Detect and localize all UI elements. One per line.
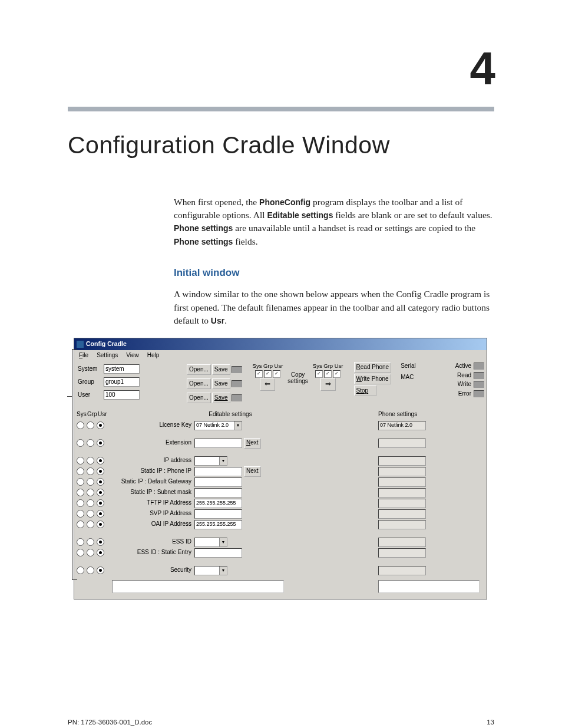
intro-paragraph: When first opened, the PhoneConfig progr… [174, 196, 494, 249]
user-indicator [232, 394, 242, 401]
group-input[interactable]: group1 [104, 377, 140, 387]
phoneip-grp-radio[interactable] [87, 467, 94, 475]
extension-usr-radio[interactable] [97, 439, 104, 447]
oai-label: OAI IP Address [112, 520, 193, 529]
security-dropdown[interactable]: ▼ [194, 566, 227, 575]
menu-help[interactable]: Help [144, 351, 163, 361]
essid-dropdown[interactable]: ▼ [194, 538, 227, 547]
system-indicator [232, 366, 242, 373]
extension-next-button[interactable]: Next [244, 438, 261, 449]
user-save-button[interactable]: Save [212, 393, 230, 403]
gateway-usr-radio[interactable] [97, 478, 104, 486]
svp-sys-radio[interactable] [77, 510, 84, 518]
phone-oai [378, 520, 426, 529]
phoneip-input[interactable] [194, 467, 242, 476]
essstatic-usr-radio[interactable] [97, 549, 104, 556]
system-label: System [78, 365, 103, 374]
security-grp-radio[interactable] [87, 566, 94, 574]
essid-usr-radio[interactable] [97, 538, 104, 546]
extension-sys-radio[interactable] [77, 439, 84, 447]
copy-right-arrow-button[interactable]: ⇒ [320, 378, 336, 391]
ip-dropdown[interactable]: ▼ [194, 456, 227, 466]
security-sys-radio[interactable] [77, 566, 84, 574]
callout-tick [67, 396, 72, 397]
write-phone-button[interactable]: Write Phone [354, 374, 392, 384]
system-open-button[interactable]: Open... [187, 364, 211, 375]
ip-label: IP address [112, 456, 193, 465]
svp-input[interactable] [194, 509, 242, 519]
user-label: User [78, 391, 103, 400]
menu-view[interactable]: View [123, 351, 143, 361]
gateway-sys-radio[interactable] [77, 478, 84, 486]
ip-grp-radio[interactable] [87, 457, 94, 465]
extension-grp-radio[interactable] [87, 439, 94, 447]
oai-input[interactable]: 255.255.255.255 [194, 520, 242, 529]
status-read-label: Read [457, 371, 471, 380]
phoneip-next-button[interactable]: Next [244, 466, 261, 477]
phoneip-usr-radio[interactable] [97, 467, 104, 475]
gateway-label: Static IP : Default Gateway [112, 477, 193, 486]
phoneip-sys-radio[interactable] [77, 467, 84, 475]
copy-left-arrow-button[interactable]: ⇐ [260, 378, 275, 391]
license-dropdown[interactable]: 07 Netlink 2.0▼ [194, 421, 242, 430]
group-label: Group [78, 378, 103, 387]
tftp-usr-radio[interactable] [97, 499, 104, 507]
essid-grp-radio[interactable] [87, 538, 94, 546]
subnet-input[interactable] [194, 488, 242, 498]
oai-sys-radio[interactable] [77, 521, 84, 528]
chevron-down-icon: ▼ [219, 566, 227, 575]
footer-page-number: 13 [487, 717, 494, 727]
license-sys-radio[interactable] [77, 421, 84, 429]
group-open-button[interactable]: Open... [187, 378, 211, 389]
group-save-button[interactable]: Save [212, 378, 230, 389]
copy-right-head: Sys Grp Usr [313, 362, 343, 370]
phone-gateway [378, 477, 426, 487]
security-usr-radio[interactable] [97, 566, 104, 574]
section-heading: Initial window [174, 266, 494, 281]
phone-essstatic [378, 548, 426, 558]
svp-label: SVP IP Address [112, 509, 193, 518]
essstatic-grp-radio[interactable] [87, 549, 94, 556]
read-phone-button[interactable]: Read Phone [354, 362, 392, 373]
gateway-grp-radio[interactable] [87, 478, 94, 486]
ip-usr-radio[interactable] [97, 457, 104, 465]
oai-usr-radio[interactable] [97, 521, 104, 528]
subnet-sys-radio[interactable] [77, 489, 84, 496]
system-save-button[interactable]: Save [212, 364, 230, 375]
menu-settings[interactable]: Settings [93, 351, 121, 361]
extension-input[interactable] [194, 439, 242, 448]
essstatic-label: ESS ID : Static Entry [112, 548, 193, 557]
copy-right-usr-checkbox[interactable]: ✓ [333, 370, 340, 378]
system-input[interactable]: system [104, 364, 140, 374]
copy-label-bottom: settings [287, 378, 308, 384]
license-grp-radio[interactable] [87, 421, 94, 429]
titlebar: Config Cradle [74, 338, 487, 350]
tftp-input[interactable]: 255.255.255.255 [194, 499, 242, 508]
copy-left-grp-checkbox[interactable]: ✓ [264, 370, 272, 378]
tftp-sys-radio[interactable] [77, 499, 84, 507]
ip-sys-radio[interactable] [77, 457, 84, 465]
tftp-label: TFTP IP Address [112, 499, 193, 508]
subnet-usr-radio[interactable] [97, 489, 104, 496]
tftp-grp-radio[interactable] [87, 499, 94, 507]
copy-right-sys-checkbox[interactable]: ✓ [315, 370, 323, 378]
oai-grp-radio[interactable] [87, 521, 94, 528]
user-open-button[interactable]: Open... [187, 393, 211, 403]
phone-license: 07 Netlink 2.0 [378, 421, 426, 430]
menu-file[interactable]: File [75, 351, 92, 361]
copy-right-grp-checkbox[interactable]: ✓ [324, 370, 332, 378]
phone-settings-head: Phone settings [378, 410, 484, 419]
radio-head-usr: Usr [98, 410, 106, 419]
user-input[interactable]: 100 [104, 390, 140, 400]
svp-usr-radio[interactable] [97, 510, 104, 518]
essstatic-sys-radio[interactable] [77, 549, 84, 556]
essid-sys-radio[interactable] [77, 538, 84, 546]
stop-button[interactable]: Stop [354, 386, 376, 396]
essstatic-input[interactable] [194, 548, 242, 558]
copy-left-usr-checkbox[interactable]: ✓ [273, 370, 280, 378]
subnet-grp-radio[interactable] [87, 489, 94, 496]
svp-grp-radio[interactable] [87, 510, 94, 518]
gateway-input[interactable] [194, 477, 242, 487]
license-usr-radio[interactable] [97, 421, 104, 429]
copy-left-sys-checkbox[interactable]: ✓ [255, 370, 263, 378]
